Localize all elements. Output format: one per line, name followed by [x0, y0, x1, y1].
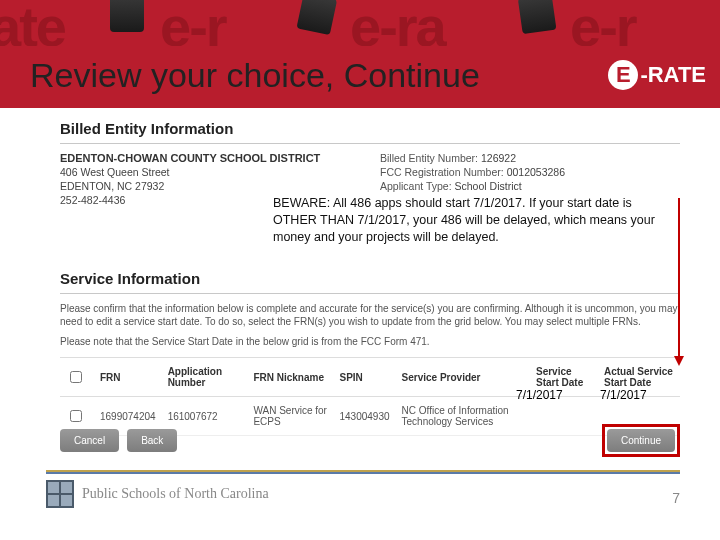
col-spin: SPIN: [333, 358, 395, 397]
entity-city: EDENTON, NC 27932: [60, 180, 360, 192]
usb-icon: [518, 0, 557, 34]
select-all-checkbox[interactable]: [70, 371, 82, 383]
col-nickname: FRN Nickname: [247, 358, 333, 397]
page-number: 7: [672, 490, 680, 506]
button-bar: Cancel Back Continue: [60, 424, 680, 457]
banner-top-strip: ate e-r e-ra e-r: [0, 0, 720, 46]
fcc-row: FCC Registration Number: 0012053286: [380, 166, 680, 178]
entity-name: EDENTON-CHOWAN COUNTY SCHOOL DISTRICT: [60, 152, 360, 164]
continue-button[interactable]: Continue: [607, 429, 675, 452]
ben-row: Billed Entity Number: 126922: [380, 152, 680, 164]
ssd-overlay: 7/1/2017: [516, 388, 563, 402]
table-header-row: FRN Application Number FRN Nickname SPIN…: [60, 358, 680, 397]
bg-word: e-r: [160, 0, 226, 46]
bg-word: ate: [0, 0, 65, 46]
note-text: Please note that the Service Start Date …: [60, 336, 680, 347]
usb-icon: [110, 0, 144, 32]
assd-overlay: 7/1/2017: [600, 388, 647, 402]
form-screenshot: Billed Entity Information EDENTON-CHOWAN…: [60, 120, 680, 436]
col-provider: Service Provider: [396, 358, 530, 397]
usb-icon: [296, 0, 337, 35]
footer-rule: [46, 470, 680, 474]
nc-logo-icon: [46, 480, 74, 508]
service-info-heading: Service Information: [60, 270, 680, 287]
col-appno: Application Number: [162, 358, 248, 397]
cancel-button[interactable]: Cancel: [60, 429, 119, 452]
continue-highlight: Continue: [602, 424, 680, 457]
footer-org: Public Schools of North Carolina: [82, 486, 269, 502]
erate-logo: E -RATE: [608, 60, 706, 90]
col-checkbox: [60, 358, 94, 397]
back-button[interactable]: Back: [127, 429, 177, 452]
beware-callout: BEWARE: All 486 apps should start 7/1/20…: [270, 192, 676, 249]
service-info-section: Service Information Please confirm that …: [60, 270, 680, 436]
entity-street: 406 West Queen Street: [60, 166, 360, 178]
erate-logo-e: E: [608, 60, 638, 90]
slide-title: Review your choice, Continue: [30, 56, 480, 95]
divider: [60, 143, 680, 144]
bg-word: e-r: [570, 0, 636, 46]
type-row: Applicant Type: School District: [380, 180, 680, 192]
row-checkbox[interactable]: [70, 410, 82, 422]
col-frn: FRN: [94, 358, 162, 397]
erate-logo-rate: -RATE: [640, 62, 706, 88]
footer: Public Schools of North Carolina: [46, 480, 269, 508]
billed-entity-heading: Billed Entity Information: [60, 120, 680, 137]
arrow-annotation: [678, 198, 680, 358]
bg-word: e-ra: [350, 0, 445, 46]
divider: [60, 293, 680, 294]
confirm-text: Please confirm that the information belo…: [60, 302, 680, 328]
